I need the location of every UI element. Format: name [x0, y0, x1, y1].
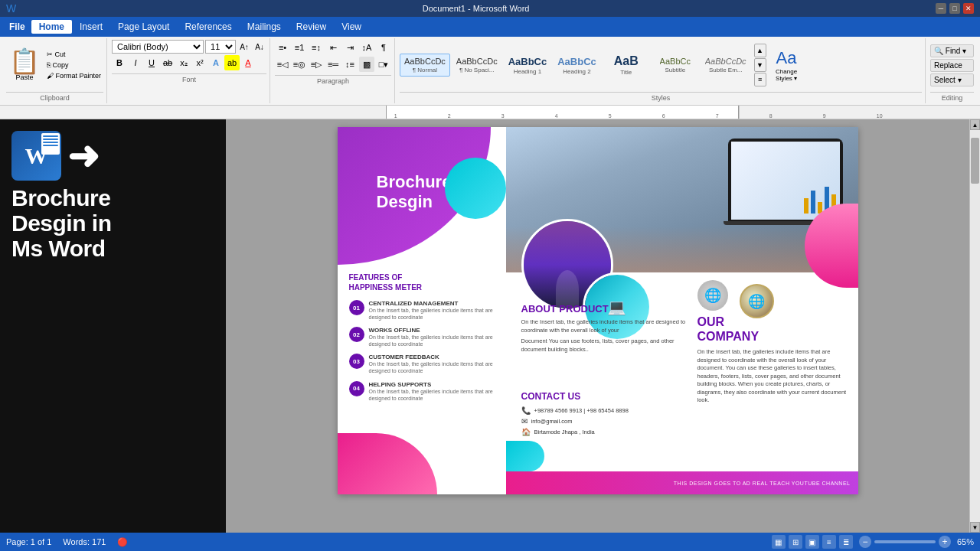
menu-review[interactable]: Review — [289, 20, 334, 34]
menu-page-layout[interactable]: Page Layout — [110, 20, 177, 34]
font-color-button[interactable]: A — [240, 55, 256, 70]
bullet-list-btn[interactable]: ≡• — [275, 40, 290, 55]
style-no-spacing-preview: AaBbCcDc — [456, 57, 498, 66]
company-section: 🌐 OUR COMPANY On the Insert tab, the gal… — [697, 280, 851, 405]
style-normal[interactable]: AaBbCcDc ¶ Normal — [400, 54, 450, 77]
address-text: Birtamode Jhapa , India — [534, 429, 595, 435]
font-label: Font — [112, 73, 266, 83]
menu-references[interactable]: References — [177, 20, 239, 34]
subscript-button[interactable]: x₂ — [176, 55, 191, 70]
style-normal-label: ¶ Normal — [413, 67, 437, 73]
thumbnail-title-line2: Desgin in — [11, 210, 112, 236]
menu-mailings[interactable]: Mailings — [240, 20, 289, 34]
find-button[interactable]: 🔍 Find ▾ — [930, 44, 974, 57]
number-list-btn[interactable]: ≡1 — [292, 40, 307, 55]
increase-indent-btn[interactable]: ⇥ — [342, 40, 358, 55]
styles-scroll-up[interactable]: ▲ — [754, 44, 766, 57]
align-right-btn[interactable]: ≡▷ — [309, 57, 324, 72]
border-btn[interactable]: □▾ — [376, 57, 391, 72]
zoom-in-button[interactable]: + — [939, 536, 951, 548]
show-para-btn[interactable]: ¶ — [376, 40, 391, 55]
vertical-scrollbar: ▲ ▼ — [969, 119, 980, 533]
text-effects-button[interactable]: A — [208, 55, 224, 70]
styles-scroll: ▲ ▼ ≡ — [753, 42, 768, 88]
feature-item-1: 01 CENTRALIZED MANAGEMENT On the Insert … — [349, 300, 502, 321]
app-icon: W — [6, 2, 16, 15]
increase-font-btn[interactable]: A↑ — [237, 40, 251, 54]
email-icon: ✉ — [521, 417, 528, 425]
bold-button[interactable]: B — [112, 55, 127, 70]
change-styles-icon: Aa — [776, 48, 797, 68]
align-left-btn[interactable]: ≡◁ — [275, 57, 290, 72]
outline-btn[interactable]: ≡ — [822, 535, 836, 549]
scroll-thumb[interactable] — [971, 138, 979, 184]
bar-1 — [804, 198, 808, 214]
superscript-button[interactable]: x² — [192, 55, 207, 70]
style-heading2[interactable]: AaBbCc Heading 2 — [553, 53, 601, 78]
strikethrough-button[interactable]: ab — [160, 55, 175, 70]
status-right: ▦ ⊞ ▣ ≡ ≣ − + 65% — [772, 535, 974, 549]
footer-text: THIS DESIGN GOES TO AD REAL TEACH YOUTUB… — [674, 481, 851, 486]
style-subtitle[interactable]: AaBbCc Subtitle — [652, 54, 699, 77]
styles-more[interactable]: ≡ — [754, 73, 766, 86]
align-justify-btn[interactable]: ≡═ — [325, 57, 341, 72]
style-no-spacing[interactable]: AaBbCcDc ¶ No Spaci... — [452, 54, 502, 77]
about-text-1: On the Insert tab, the galleries include… — [521, 318, 690, 334]
replace-button[interactable]: Replace — [930, 59, 974, 72]
style-heading2-label: Heading 2 — [563, 68, 590, 75]
thumbnail-title: Brochure Desgin in Ms Word — [11, 185, 112, 261]
print-layout-btn[interactable]: ▦ — [772, 535, 786, 549]
highlight-button[interactable]: ab — [224, 55, 240, 70]
align-center-btn[interactable]: ≡◎ — [292, 57, 307, 72]
style-subtle-em-label: Subtle Em... — [709, 67, 743, 73]
about-title: ABOUT PRODUCT — [521, 303, 690, 315]
style-subtle-em[interactable]: AaBbCcDc Subtle Em... — [701, 54, 751, 77]
menu-file[interactable]: File — [3, 20, 31, 34]
underline-button[interactable]: U — [144, 55, 159, 70]
copy-button[interactable]: ⎘ Copy — [44, 60, 103, 70]
arrow-icon: ➜ — [67, 134, 100, 178]
style-subtitle-preview: AaBbCc — [660, 57, 691, 66]
menu-insert[interactable]: Insert — [72, 20, 110, 34]
font-name-select[interactable]: Calibri (Body) — [112, 40, 204, 54]
zoom-out-button[interactable]: − — [859, 536, 871, 548]
web-layout-btn[interactable]: ▣ — [805, 535, 819, 549]
clipboard-secondary: ✂ Cut ⎘ Copy 🖌 Format Painter — [44, 40, 103, 90]
multilevel-list-btn[interactable]: ≡↕ — [309, 40, 324, 55]
style-title[interactable]: AaB Title — [603, 51, 650, 79]
minimize-button[interactable]: ─ — [936, 3, 946, 14]
contact-address: 🏠 Birtamode Jhapa , India — [521, 428, 690, 436]
scroll-down-button[interactable]: ▼ — [970, 522, 980, 533]
font-size-select[interactable]: 11 — [205, 40, 236, 54]
menu-view[interactable]: View — [334, 20, 369, 34]
full-screen-btn[interactable]: ⊞ — [789, 535, 802, 549]
feature-text-4: On the Insert tab, the galleries include… — [369, 388, 502, 402]
maximize-button[interactable]: □ — [949, 3, 960, 14]
draft-btn[interactable]: ≣ — [839, 535, 853, 549]
document-scroll-area[interactable]: Brochure Desgin FEATURES OF HAPPINESS ME… — [226, 119, 969, 533]
style-heading1[interactable]: AaBbCc Heading 1 — [504, 53, 552, 78]
teal-bottom-left — [506, 441, 544, 471]
paste-button[interactable]: 📋 Paste — [6, 40, 43, 90]
scroll-track[interactable] — [970, 130, 980, 522]
italic-button[interactable]: I — [128, 55, 143, 70]
feature-item-4: 04 HELPING SUPPORTS On the Insert tab, t… — [349, 381, 502, 402]
zoom-slider[interactable] — [874, 540, 936, 543]
shading-btn[interactable]: ▩ — [359, 57, 374, 72]
feature-heading-3: CUSTOMER FEEDBACK — [369, 354, 502, 360]
decrease-font-btn[interactable]: A↓ — [253, 40, 266, 54]
change-styles-button[interactable]: Aa ChangeStyles ▾ — [769, 47, 804, 83]
font-group: Calibri (Body) 11 A↑ A↓ B I U ab x₂ x² A… — [109, 38, 270, 103]
cut-button[interactable]: ✂ Cut — [44, 50, 103, 59]
sort-btn[interactable]: ↕A — [359, 40, 374, 55]
styles-scroll-down[interactable]: ▼ — [754, 58, 766, 72]
style-no-spacing-label: ¶ No Spaci... — [459, 67, 495, 73]
close-button[interactable]: ✕ — [963, 3, 974, 14]
change-styles-label: ChangeStyles ▾ — [776, 68, 797, 82]
scroll-up-button[interactable]: ▲ — [970, 119, 980, 130]
line-spacing-btn[interactable]: ↕≡ — [342, 57, 358, 72]
format-painter-button[interactable]: 🖌 Format Painter — [44, 71, 103, 80]
decrease-indent-btn[interactable]: ⇤ — [325, 40, 341, 55]
menu-home[interactable]: Home — [31, 20, 72, 34]
select-button[interactable]: Select ▾ — [930, 73, 974, 86]
